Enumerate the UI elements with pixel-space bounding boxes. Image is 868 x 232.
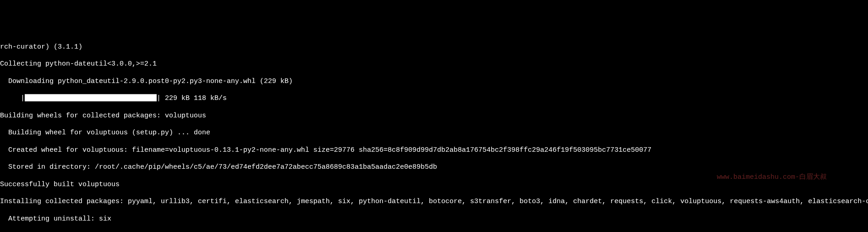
output-line: rch-curator) (3.1.1): [0, 43, 868, 52]
output-line: Building wheels for collected packages: …: [0, 112, 868, 121]
output-line: Attempting uninstall: six: [0, 215, 868, 224]
output-line: Created wheel for voluptuous: filename=v…: [0, 146, 868, 155]
output-line: Successfully built voluptuous: [0, 181, 868, 189]
output-line: Building wheel for voluptuous (setup.py)…: [0, 129, 868, 138]
output-line: Installing collected packages: pyyaml, u…: [0, 198, 868, 206]
terminal-output[interactable]: rch-curator) (3.1.1) Collecting python-d…: [0, 34, 868, 232]
output-line: Downloading python_dateutil-2.9.0.post0-…: [0, 77, 868, 86]
output-line: Collecting python-dateutil<3.0.0,>=2.1: [0, 60, 868, 69]
output-line: |████████████████████████████████| 229 k…: [0, 94, 868, 103]
output-line: Stored in directory: /root/.cache/pip/wh…: [0, 163, 868, 172]
